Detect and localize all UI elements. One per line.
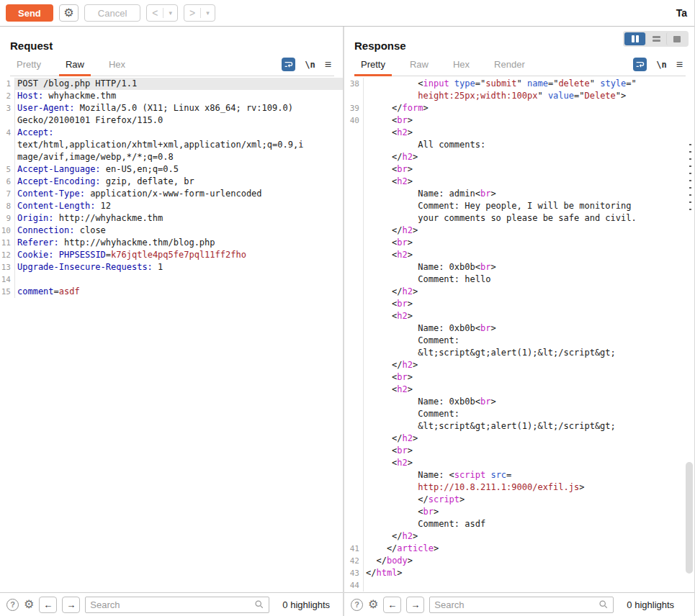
layout-rows-button[interactable]: [645, 32, 666, 45]
chevron-down-icon[interactable]: ▾: [200, 8, 210, 18]
gear-icon: ⚙: [63, 7, 73, 19]
line-number: 11: [0, 237, 15, 249]
line-number: [344, 530, 364, 543]
search-settings-icon[interactable]: ⚙: [368, 599, 378, 610]
line-number: 3: [0, 102, 15, 114]
request-tab-bar: PrettyRawHex \n ≡: [10, 56, 334, 76]
vertical-scrollbar[interactable]: [686, 462, 693, 574]
code-text: &lt;script&gt;alert(1);&lt;/script&gt;: [364, 420, 694, 432]
code-line: 41 </article>: [344, 543, 694, 555]
search-input[interactable]: [434, 599, 598, 610]
tab-hex[interactable]: Hex: [447, 56, 476, 76]
line-number: [344, 225, 364, 237]
code-line: Comment:: [344, 408, 694, 420]
chevron-down-icon[interactable]: ▾: [163, 8, 172, 18]
history-back-button[interactable]: < ▾: [146, 4, 178, 22]
cancel-button[interactable]: Cancel: [84, 4, 140, 22]
request-editor[interactable]: 1POST /blog.php HTTP/1.12Host: whyhackme…: [0, 76, 343, 592]
search-input[interactable]: [90, 599, 254, 610]
code-line: 1POST /blog.php HTTP/1.1: [0, 78, 343, 90]
code-text: Comment:: [364, 335, 694, 347]
line-number: 15: [0, 286, 15, 298]
tab-render[interactable]: Render: [488, 56, 532, 76]
highlights-count: 0 highlights: [627, 599, 674, 610]
single-pane-icon: [673, 36, 681, 42]
code-line: 4Accept:: [0, 127, 343, 139]
layout-single-button[interactable]: [666, 32, 687, 45]
code-line: 3User-Agent: Mozilla/5.0 (X11; Linux x86…: [0, 102, 343, 114]
word-wrap-icon[interactable]: [633, 58, 647, 71]
code-text: [15, 273, 343, 286]
code-line: 6Accept-Encoding: gzip, deflate, br: [0, 176, 343, 188]
code-line: 14: [0, 273, 343, 286]
send-button[interactable]: Send: [6, 4, 53, 22]
code-line: 39 </form>: [344, 102, 694, 114]
code-text: </script>: [364, 494, 694, 506]
response-editor[interactable]: 38 <input type="submit" name="delete" st…: [344, 76, 694, 592]
search-next-button[interactable]: →: [406, 597, 424, 613]
search-previous-button[interactable]: ←: [39, 597, 57, 613]
search-settings-icon[interactable]: ⚙: [24, 599, 34, 610]
code-line: 12Cookie: PHPSESSID=k76jqtle4pq5fe7pql11…: [0, 249, 343, 261]
panel-menu-icon[interactable]: ≡: [676, 59, 683, 71]
tab-pretty[interactable]: Pretty: [10, 56, 48, 76]
tab-raw[interactable]: Raw: [403, 56, 435, 76]
line-number: [344, 176, 364, 188]
code-text: Name: 0xb0b<br>: [364, 261, 694, 273]
code-text: <br>: [364, 114, 694, 127]
request-panel-title: Request: [10, 40, 334, 52]
line-number: 42: [344, 555, 364, 567]
code-text: &lt;script&gt;alert(1);&lt;/script&gt;: [364, 347, 694, 359]
tab-pretty[interactable]: Pretty: [354, 56, 392, 76]
code-text: <br>: [364, 237, 694, 249]
back-chevron-icon: <: [152, 8, 158, 18]
line-number: [344, 457, 364, 469]
tab-raw[interactable]: Raw: [59, 56, 91, 76]
code-text: </html>: [364, 567, 694, 579]
search-previous-button[interactable]: ←: [383, 597, 401, 613]
panel-menu-icon[interactable]: ≡: [325, 59, 331, 71]
code-line: Comment:: [344, 335, 694, 347]
newline-display-icon[interactable]: \n: [305, 60, 315, 70]
code-text: Comment: Hey people, I will be monitorin…: [364, 200, 694, 212]
search-next-button[interactable]: →: [62, 597, 80, 613]
code-text: <h2>: [364, 310, 694, 322]
send-settings-button[interactable]: ⚙: [59, 4, 79, 22]
code-text: Host: whyhackme.thm: [15, 90, 343, 102]
code-line: 43</html>: [344, 567, 694, 579]
layout-switcher: [623, 31, 689, 47]
line-number: 13: [0, 261, 15, 273]
code-line: </h2>: [344, 151, 694, 163]
line-number: 14: [0, 273, 15, 286]
line-number: [344, 384, 364, 396]
tab-hex[interactable]: Hex: [102, 56, 132, 76]
history-forward-button[interactable]: > ▾: [184, 4, 215, 22]
code-text: <br>: [364, 445, 694, 457]
code-text: </h2>: [364, 225, 694, 237]
code-line: </h2>: [344, 432, 694, 445]
code-text: POST /blog.php HTTP/1.1: [15, 78, 343, 90]
code-text: <h2>: [364, 457, 694, 469]
code-line: 7Content-Type: application/x-www-form-ur…: [0, 188, 343, 200]
code-text: <h2>: [364, 249, 694, 261]
code-text: Name: <script src=: [364, 469, 694, 481]
line-number: [344, 286, 364, 298]
line-number: [344, 396, 364, 408]
word-wrap-icon[interactable]: [282, 58, 295, 71]
code-line: 11Referer: http://whyhackme.thm/blog.php: [0, 237, 343, 249]
code-text: Comment:: [364, 408, 694, 420]
help-icon[interactable]: ?: [6, 599, 19, 611]
layout-columns-button[interactable]: [624, 32, 645, 45]
newline-display-icon[interactable]: \n: [656, 60, 666, 70]
code-line: Comment: Hey people, I will be monitorin…: [344, 200, 694, 212]
code-line: </h2>: [344, 359, 694, 371]
code-text: Comment: hello: [364, 273, 694, 286]
help-icon[interactable]: ?: [351, 599, 363, 611]
line-number: [344, 335, 364, 347]
code-line: </script>: [344, 494, 694, 506]
request-panel: Request PrettyRawHex \n ≡ 1POST /blog.ph…: [0, 27, 344, 616]
code-line: 38 <input type="submit" name="delete" st…: [344, 78, 694, 90]
line-number: 5: [0, 163, 15, 176]
code-line: <br>: [344, 163, 694, 176]
line-number: [0, 151, 15, 163]
